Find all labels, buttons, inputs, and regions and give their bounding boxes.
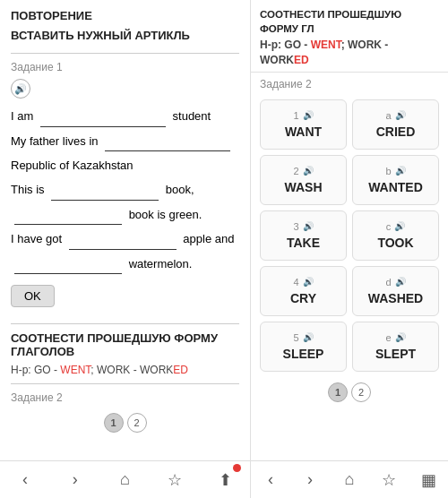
right-panel: СООТНЕСТИ ПРОШЕДШУЮ ФОРМУ ГЛ Н-р: GO - W… bbox=[251, 0, 448, 498]
left-num-5: 5 🔊 bbox=[293, 332, 313, 343]
divider2 bbox=[11, 323, 239, 324]
left-word-1: WANT bbox=[285, 124, 322, 139]
left-word-2: WASH bbox=[285, 180, 323, 194]
divider1 bbox=[11, 53, 239, 54]
right-word-e: SLEPT bbox=[375, 347, 416, 361]
match-left-4[interactable]: 4 🔊 CRY bbox=[260, 266, 347, 316]
bookmark-btn-left[interactable]: ☆ bbox=[161, 467, 188, 494]
sentence-6-pre: I have got bbox=[11, 232, 62, 245]
left-panel: ПОВТОРЕНИЕ ВСТАВИТЬ НУЖНЫЙ АРТИКЛЬ Задан… bbox=[0, 0, 251, 498]
audio-icon-l4[interactable]: 🔊 bbox=[303, 277, 314, 287]
sentence-6: I have got apple and bbox=[11, 228, 239, 249]
example-went: WENT bbox=[60, 364, 90, 376]
page-dot-2-left[interactable]: 2 bbox=[127, 413, 147, 433]
audio-btn-1[interactable]: 🔊 bbox=[11, 79, 30, 99]
right-word-c: TOOK bbox=[377, 236, 413, 250]
page-dot-2-right[interactable]: 2 bbox=[351, 382, 371, 402]
page-dot-1-right[interactable]: 1 bbox=[328, 382, 348, 402]
audio-icon-l3[interactable]: 🔊 bbox=[303, 221, 314, 231]
right-letter-b: b 🔊 bbox=[385, 166, 405, 176]
blank-4[interactable] bbox=[51, 200, 159, 201]
bottom-nav-left: ‹ › ⌂ ☆ ⬆ bbox=[0, 460, 250, 498]
match-left-3[interactable]: 3 🔊 TAKE bbox=[260, 210, 347, 261]
home-btn-left[interactable]: ⌂ bbox=[111, 467, 138, 494]
match-title: СООТНЕСТИ ПРОШЕДШУЮ ФОРМУ ГЛАГОЛОВ bbox=[11, 331, 239, 358]
blank-5[interactable] bbox=[14, 224, 122, 225]
right-letter-c: c 🔊 bbox=[386, 221, 406, 232]
match-right-a[interactable]: a 🔊 CRIED bbox=[352, 99, 439, 150]
audio-icon-re[interactable]: 🔊 bbox=[395, 332, 406, 342]
ok-button[interactable]: OK bbox=[11, 285, 55, 307]
sentence-4: This is book, bbox=[11, 179, 239, 200]
left-word-4: CRY bbox=[290, 291, 316, 305]
sentence-1-pre: I am bbox=[11, 109, 33, 123]
left-num-3: 3 🔊 bbox=[293, 221, 313, 232]
right-went: WENT bbox=[311, 39, 341, 51]
left-num-4: 4 🔊 bbox=[293, 277, 313, 288]
sentence-7: watermelon. bbox=[11, 253, 239, 274]
right-letter-a: a 🔊 bbox=[385, 110, 405, 121]
right-letter-d: d 🔊 bbox=[385, 277, 405, 288]
right-letter-e: e 🔊 bbox=[385, 332, 405, 343]
audio-icon-l2[interactable]: 🔊 bbox=[303, 166, 314, 176]
task1-label: Задание 1 bbox=[11, 61, 239, 73]
share-btn-wrapper-left[interactable]: ⬆ bbox=[211, 467, 238, 494]
left-content: ПОВТОРЕНИЕ ВСТАВИТЬ НУЖНЫЙ АРТИКЛЬ Задан… bbox=[0, 0, 250, 460]
sentence-3: Republic of Kazakhstan bbox=[11, 155, 239, 176]
match-right-c[interactable]: c 🔊 TOOK bbox=[352, 210, 439, 261]
right-word-b: WANTED bbox=[368, 180, 423, 194]
match-left-5[interactable]: 5 🔊 SLEEP bbox=[260, 322, 347, 372]
match-grid: 1 🔊 WANT a 🔊 CRIED 2 🔊 WASH bbox=[251, 92, 448, 379]
match-right-e[interactable]: e 🔊 SLEPT bbox=[352, 322, 439, 372]
bottom-nav-right: ‹ › ⌂ ☆ ▦ bbox=[251, 460, 448, 498]
forward-btn-left[interactable]: › bbox=[62, 467, 89, 494]
example-line: Н-р: GO - WENT; WORK - WORKED bbox=[11, 364, 239, 376]
forward-btn-right[interactable]: › bbox=[297, 467, 323, 494]
audio-icon-rd[interactable]: 🔊 bbox=[395, 277, 406, 287]
audio-icon-rb[interactable]: 🔊 bbox=[395, 166, 406, 176]
right-header-title: СООТНЕСТИ ПРОШЕДШУЮ ФОРМУ ГЛ bbox=[260, 7, 439, 36]
blank-2[interactable] bbox=[105, 150, 230, 151]
example-ed: ED bbox=[173, 364, 188, 376]
audio-icon-l1[interactable]: 🔊 bbox=[303, 110, 314, 120]
home-btn-right[interactable]: ⌂ bbox=[336, 467, 363, 494]
match-right-d[interactable]: d 🔊 WASHED bbox=[352, 266, 439, 316]
blank-6[interactable] bbox=[69, 249, 177, 250]
match-left-2[interactable]: 2 🔊 WASH bbox=[260, 155, 347, 205]
grid-btn-right[interactable]: ▦ bbox=[415, 467, 442, 494]
left-word-5: SLEEP bbox=[283, 347, 324, 361]
divider3 bbox=[11, 383, 239, 384]
right-word-d: WASHED bbox=[368, 291, 423, 305]
page-dot-1-left[interactable]: 1 bbox=[104, 413, 124, 433]
match-left-1[interactable]: 1 🔊 WANT bbox=[260, 99, 347, 150]
sentence-6-post: apple and bbox=[183, 232, 234, 245]
sentence-1: I am student bbox=[11, 106, 239, 126]
match-right-b[interactable]: b 🔊 WANTED bbox=[352, 155, 439, 205]
page-dots-right: 1 2 bbox=[251, 379, 448, 406]
blank-1[interactable] bbox=[40, 126, 166, 127]
sentence-2-pre: My father lives in bbox=[11, 134, 99, 148]
page-dots-left: 1 2 bbox=[11, 409, 239, 436]
sentence-4-post: book, bbox=[166, 183, 194, 196]
right-example: Н-р: GO - WENT; WORK - WORKED bbox=[260, 38, 439, 68]
right-ed: ED bbox=[294, 54, 309, 66]
right-word-a: CRIED bbox=[376, 124, 416, 139]
audio-icon-rc[interactable]: 🔊 bbox=[394, 221, 405, 231]
task-instruction: ВСТАВИТЬ НУЖНЫЙ АРТИКЛЬ bbox=[11, 28, 239, 44]
section-title: ПОВТОРЕНИЕ bbox=[11, 9, 239, 22]
sentence-2: My father lives in bbox=[11, 131, 239, 151]
notif-dot-left bbox=[233, 464, 241, 472]
sentence-3-pre: Republic of Kazakhstan bbox=[11, 159, 134, 172]
blank-7[interactable] bbox=[14, 273, 122, 274]
right-header: СООТНЕСТИ ПРОШЕДШУЮ ФОРМУ ГЛ Н-р: GO - W… bbox=[251, 0, 448, 73]
audio-icon-l5[interactable]: 🔊 bbox=[303, 332, 314, 342]
sentence-4-pre: This is bbox=[11, 183, 45, 196]
right-task2-label: Задание 2 bbox=[251, 73, 448, 92]
back-btn-left[interactable]: ‹ bbox=[12, 467, 39, 494]
audio-icon-ra[interactable]: 🔊 bbox=[395, 110, 406, 120]
back-btn-right[interactable]: ‹ bbox=[257, 467, 284, 494]
sentence-5: book is green. bbox=[11, 204, 239, 225]
left-num-2: 2 🔊 bbox=[293, 166, 313, 176]
bookmark-btn-right[interactable]: ☆ bbox=[375, 467, 402, 494]
left-word-3: TAKE bbox=[287, 236, 320, 250]
